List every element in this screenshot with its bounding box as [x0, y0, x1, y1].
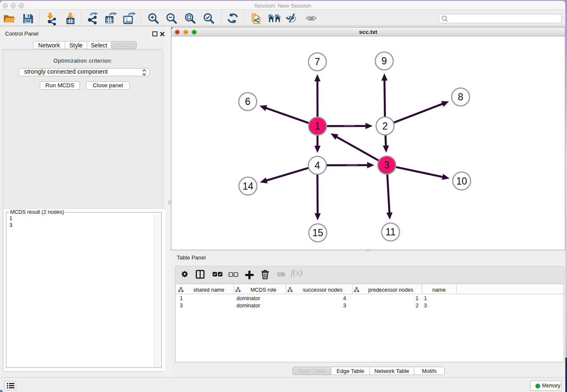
- svg-text:10: 10: [456, 176, 467, 187]
- svg-text:4: 4: [315, 160, 320, 171]
- svg-text:2: 2: [383, 121, 388, 132]
- svg-text:7: 7: [315, 56, 320, 67]
- svg-text:1: 1: [315, 121, 320, 132]
- svg-text:6: 6: [245, 96, 250, 107]
- svg-text:8: 8: [458, 91, 463, 102]
- svg-text:3: 3: [384, 160, 390, 171]
- svg-text:15: 15: [312, 227, 323, 238]
- svg-text:14: 14: [242, 181, 253, 192]
- svg-text:11: 11: [385, 226, 396, 237]
- svg-text:9: 9: [382, 55, 387, 66]
